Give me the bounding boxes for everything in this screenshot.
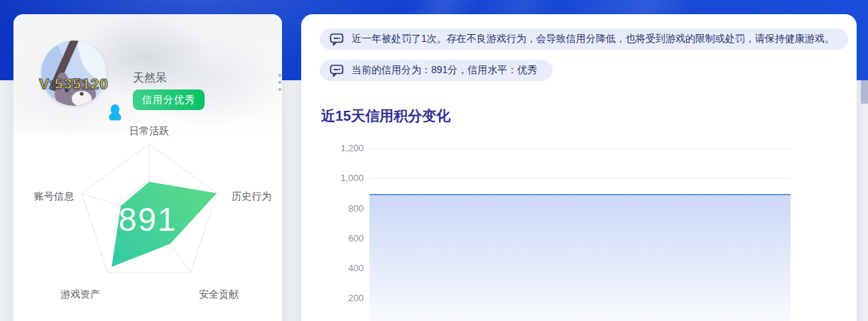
gridline bbox=[369, 148, 791, 149]
avatar-image bbox=[41, 40, 107, 106]
chart-section-title: 近15天信用积分变化 bbox=[321, 107, 450, 126]
vip-number: V:535120 bbox=[39, 75, 131, 92]
chat-bubble-icon bbox=[330, 33, 344, 46]
page-scrollbar-track[interactable] bbox=[861, 80, 868, 321]
credit-badge: 信用分优秀 bbox=[133, 89, 205, 110]
avatar bbox=[41, 40, 107, 106]
page-scrollbar-thumb[interactable] bbox=[861, 80, 868, 104]
y-axis-tick-label: 800 bbox=[318, 203, 364, 214]
current-score-notice-text: 当前的信用分为：891分，信用水平：优秀 bbox=[352, 64, 537, 77]
main-panel: 近一年被处罚了1次。存在不良游戏行为，会导致信用分降低，也将受到游戏的限制或处罚… bbox=[301, 14, 857, 321]
radar-chart: 日常活跃 历史行为 安全贡献 游戏资产 账号信息 891 bbox=[13, 114, 282, 321]
radar-axis-label: 游戏资产 bbox=[60, 288, 100, 301]
radar-axis-label: 日常活跃 bbox=[129, 125, 169, 138]
y-axis-tick-label: 1,200 bbox=[318, 143, 364, 153]
y-axis-tick-label: 400 bbox=[318, 263, 364, 273]
username: 天然呆 bbox=[133, 71, 167, 86]
penalty-notice: 近一年被处罚了1次。存在不良游戏行为，会导致信用分降低，也将受到游戏的限制或处罚… bbox=[320, 28, 848, 50]
radar-axis-label: 安全贡献 bbox=[199, 288, 239, 301]
credit-trend-chart: 1,2001,000800600400200 bbox=[301, 142, 857, 321]
y-axis-tick-label: 1,000 bbox=[318, 173, 364, 183]
current-score-notice: 当前的信用分为：891分，信用水平：优秀 bbox=[320, 60, 553, 81]
profile-card: V:535120 天然呆 信用分优秀 日常活跃 历史行为 安全贡献 游戏资产 账… bbox=[13, 14, 282, 321]
y-axis-tick-label: 600 bbox=[318, 233, 364, 244]
gridline bbox=[369, 178, 791, 179]
penalty-notice-text: 近一年被处罚了1次。存在不良游戏行为，会导致信用分降低，也将受到游戏的限制或处罚… bbox=[352, 33, 835, 45]
credit-score-value: 891 bbox=[13, 200, 282, 239]
y-axis-tick-label: 200 bbox=[318, 293, 364, 303]
chat-bubble-icon bbox=[330, 64, 344, 77]
kebab-menu-icon[interactable] bbox=[275, 74, 282, 91]
area-fill bbox=[369, 195, 791, 321]
score-line bbox=[369, 194, 791, 196]
